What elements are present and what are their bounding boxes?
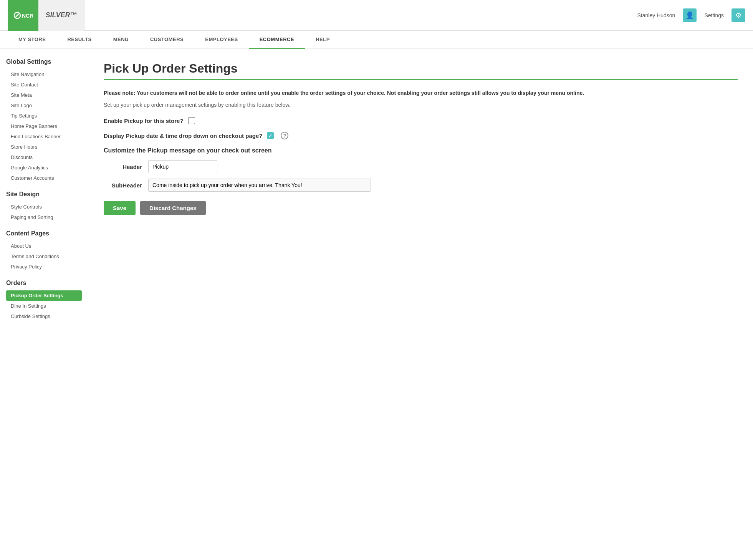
page-title: Pick Up Order Settings <box>104 61 738 76</box>
display-pickup-checkbox[interactable]: ✓ <box>267 132 274 139</box>
page-layout: Global Settings Site Navigation Site Con… <box>0 49 753 560</box>
help-icon[interactable]: ? <box>281 132 288 139</box>
discard-button[interactable]: Discard Changes <box>140 201 206 215</box>
title-underline <box>104 79 738 80</box>
display-pickup-row: Display Pickup date & time drop down on … <box>104 132 738 139</box>
silver-logo: SILVER™ <box>38 0 84 31</box>
svg-text:NCR: NCR <box>22 13 33 19</box>
customize-title: Customize the Pickup message on your che… <box>104 147 738 154</box>
sidebar-section-site-design: Site Design <box>6 191 82 198</box>
display-pickup-label: Display Pickup date & time drop down on … <box>104 133 262 139</box>
sidebar-item-google-analytics[interactable]: Google Analytics <box>6 162 82 173</box>
sidebar-item-pickup-order-settings[interactable]: Pickup Order Settings <box>6 290 82 301</box>
sidebar-item-discounts[interactable]: Discounts <box>6 152 82 162</box>
sidebar-item-site-contact[interactable]: Site Contact <box>6 80 82 90</box>
header-field-row: Header <box>104 160 738 173</box>
enable-pickup-row: Enable Pickup for this store? <box>104 117 738 124</box>
sidebar: Global Settings Site Navigation Site Con… <box>0 49 88 560</box>
svg-line-1 <box>16 14 19 17</box>
sidebar-item-site-navigation[interactable]: Site Navigation <box>6 69 82 80</box>
header-input[interactable] <box>148 160 217 173</box>
enable-pickup-label: Enable Pickup for this store? <box>104 118 184 124</box>
nav-ecommerce[interactable]: ECOMMERCE <box>249 31 305 49</box>
notice-box: Please note: Your customers will not be … <box>104 89 738 108</box>
nav-results[interactable]: RESULTS <box>56 31 102 49</box>
sidebar-item-tip-settings[interactable]: Tip Settings <box>6 111 82 121</box>
enable-pickup-checkbox[interactable] <box>188 117 195 124</box>
sidebar-item-site-logo[interactable]: Site Logo <box>6 100 82 111</box>
sidebar-item-curbside-settings[interactable]: Curbside Settings <box>6 311 82 321</box>
user-area: Stanley Hudson 👤 Settings ⚙ <box>637 8 745 22</box>
settings-icon[interactable]: ⚙ <box>731 8 745 22</box>
sidebar-section-global-settings: Global Settings <box>6 58 82 65</box>
main-nav: MY STORE RESULTS MENU CUSTOMERS EMPLOYEE… <box>0 31 753 49</box>
subheader-field-row: SubHeader <box>104 179 738 192</box>
ncr-logo: NCR <box>8 0 38 31</box>
sidebar-item-dine-in-settings[interactable]: Dine In Settings <box>6 301 82 311</box>
sidebar-item-customer-accounts[interactable]: Customer Accounts <box>6 173 82 183</box>
nav-help[interactable]: HELP <box>305 31 341 49</box>
sidebar-item-about-us[interactable]: About Us <box>6 241 82 251</box>
nav-my-store[interactable]: MY STORE <box>8 31 56 49</box>
sidebar-item-style-controls[interactable]: Style Controls <box>6 202 82 212</box>
nav-employees[interactable]: EMPLOYEES <box>194 31 248 49</box>
main-content: Pick Up Order Settings Please note: Your… <box>88 49 753 560</box>
save-button[interactable]: Save <box>104 201 136 215</box>
user-icon[interactable]: 👤 <box>683 8 697 22</box>
top-bar: NCR SILVER™ Stanley Hudson 👤 Settings ⚙ <box>0 0 753 31</box>
sidebar-item-find-locations-banner[interactable]: Find Locations Banner <box>6 131 82 142</box>
sidebar-section-content-pages: Content Pages <box>6 230 82 237</box>
sidebar-item-store-hours[interactable]: Store Hours <box>6 142 82 152</box>
notice-sub: Set up your pick up order management set… <box>104 102 738 108</box>
sidebar-item-home-page-banners[interactable]: Home Page Banners <box>6 121 82 131</box>
username: Stanley Hudson <box>637 12 675 18</box>
sidebar-item-site-meta[interactable]: Site Meta <box>6 90 82 100</box>
notice-bold: Please note: Your customers will not be … <box>104 89 738 97</box>
nav-menu[interactable]: MENU <box>103 31 139 49</box>
sidebar-item-terms-and-conditions[interactable]: Terms and Conditions <box>6 251 82 262</box>
sidebar-item-privacy-policy[interactable]: Privacy Policy <box>6 262 82 272</box>
subheader-input[interactable] <box>148 179 371 192</box>
sidebar-section-orders: Orders <box>6 280 82 287</box>
header-label: Header <box>104 164 142 170</box>
logo-area: NCR SILVER™ <box>8 0 84 31</box>
button-area: Save Discard Changes <box>104 201 738 215</box>
subheader-label: SubHeader <box>104 182 142 189</box>
sidebar-item-paging-and-sorting[interactable]: Paging and Sorting <box>6 212 82 222</box>
settings-label: Settings <box>704 12 724 18</box>
nav-customers[interactable]: CUSTOMERS <box>139 31 194 49</box>
